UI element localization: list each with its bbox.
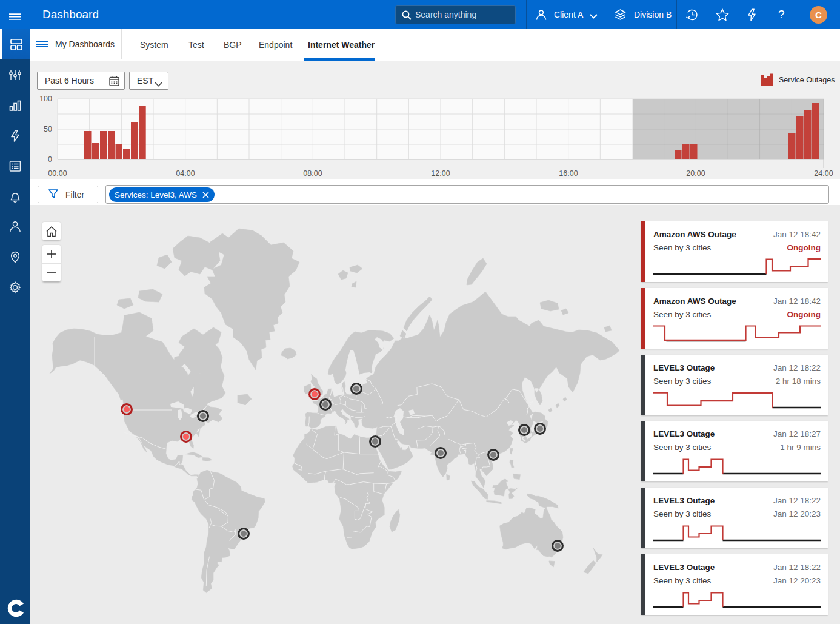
svg-text:08:00: 08:00 <box>303 169 322 178</box>
svg-text:20:00: 20:00 <box>686 169 705 178</box>
svg-text:100: 100 <box>39 95 52 103</box>
svg-text:00:00: 00:00 <box>48 169 67 178</box>
svg-text:24:00: 24:00 <box>814 169 833 178</box>
svg-text:16:00: 16:00 <box>559 169 578 178</box>
svg-text:0: 0 <box>48 155 52 164</box>
svg-text:04:00: 04:00 <box>176 169 195 178</box>
svg-text:50: 50 <box>44 125 52 133</box>
svg-text:12:00: 12:00 <box>431 169 450 178</box>
